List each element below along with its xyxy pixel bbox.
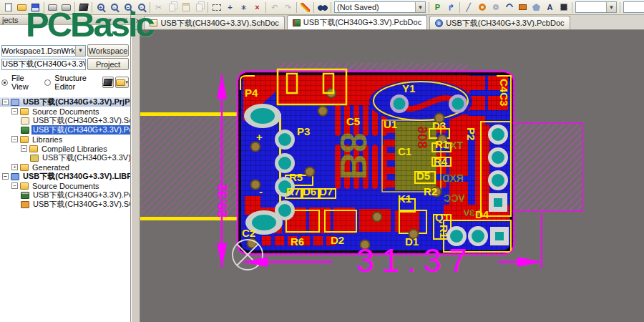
view-3d-icon: [103, 79, 112, 86]
panel-open-button[interactable]: ▾: [115, 77, 129, 88]
folder-icon: [20, 182, 29, 190]
highlight-pen-button[interactable]: [298, 1, 312, 14]
chevron-down-icon: ▼: [415, 2, 425, 12]
structure-editor-label: Structure Editor: [54, 74, 99, 91]
copy-button[interactable]: [165, 1, 179, 14]
tree-item-label: USB下载(CH340G+3.3V).SCH: [31, 200, 130, 209]
place-via-button[interactable]: [489, 1, 502, 14]
paste-button[interactable]: [179, 1, 192, 14]
place-string-icon: A: [547, 4, 553, 11]
tab-label: USB下载(CH340G+3.3V).PcbDoc: [303, 17, 421, 28]
panel-3d-button[interactable]: [102, 77, 114, 88]
collapse-icon[interactable]: −: [11, 136, 18, 142]
tree-item-label: Generated: [31, 163, 71, 172]
select-area-button[interactable]: [210, 1, 223, 14]
redo-button[interactable]: ↷: [281, 1, 295, 14]
workspace-button[interactable]: Workspace: [87, 44, 129, 57]
place-pad-button[interactable]: [475, 1, 489, 14]
file-view-radio[interactable]: [1, 79, 8, 86]
tree-item-label: USB下载(CH340G+3.3V).LIBP: [21, 172, 130, 181]
undo-icon: ↶: [271, 4, 278, 11]
collapse-icon[interactable]: −: [11, 108, 18, 114]
place-polygon-button[interactable]: [530, 1, 543, 14]
undo-button[interactable]: ↶: [268, 1, 281, 14]
tree-item-9[interactable]: −Source Documents: [0, 181, 130, 190]
tab-label: USB下载(CH340G+3.3V).PcbDoc: [446, 18, 564, 29]
projects-panel: jects ▾ ⊙ ✕ Workspace1.DsnWrk ▼ Workspac…: [0, 15, 131, 322]
pcb-editor-area: 806 TXD RXD VCC 3.3V B8: [140, 30, 644, 322]
tree-item-5[interactable]: −Compiled Libraries: [0, 144, 130, 153]
collapse-icon[interactable]: −: [11, 182, 18, 189]
net-filter-combo[interactable]: ▼: [575, 1, 617, 13]
tab-label: USB下载(CH340G+3.3V).SchDoc: [160, 18, 278, 29]
edit-project-button[interactable]: P: [431, 1, 444, 14]
workspace-combo[interactable]: Workspace1.DsnWrk ▼: [1, 45, 86, 57]
structure-editor-radio[interactable]: [44, 79, 51, 86]
component-filter-combo[interactable]: ▼: [623, 1, 644, 13]
tree-item-10[interactable]: USB下载(CH340G+3.3V).Pcbl: [0, 190, 130, 200]
place-arc-button[interactable]: [502, 1, 516, 14]
project-combo[interactable]: USB下载(CH340G+3.3V).PrjPcb: [1, 59, 86, 70]
panel-splitter[interactable]: [131, 30, 140, 322]
tree-item-7[interactable]: +Generated: [0, 162, 130, 172]
cut-icon: ✂: [155, 4, 162, 11]
tab-pcbdoc[interactable]: USB下载(CH340G+3.3V).PcbDoc: [287, 15, 427, 29]
project-icon: [11, 99, 19, 106]
paste-icon: [182, 3, 190, 11]
chevron-down-icon: ▼: [606, 2, 616, 12]
collapse-icon[interactable]: −: [21, 145, 27, 152]
tree-item-label: USB下载(CH340G+3.3V).PrjPc: [21, 97, 130, 107]
pcbdoc-icon: [293, 19, 301, 26]
clear-filter-button[interactable]: ×: [250, 1, 264, 14]
tree-item-label: Source Documents: [31, 107, 101, 116]
tree-item-8[interactable]: −USB下载(CH340G+3.3V).LIBP: [0, 172, 130, 181]
tree-item-4[interactable]: −Libraries: [0, 135, 130, 144]
toolbar-separator: [429, 2, 429, 13]
project-tree: −USB下载(CH340G+3.3V).PrjPc−Source Documen…: [0, 97, 130, 209]
place-component-button[interactable]: [557, 1, 570, 14]
cut-button[interactable]: ✂: [152, 1, 165, 14]
schlib-icon: [21, 201, 29, 208]
tree-item-0[interactable]: −USB下载(CH340G+3.3V).PrjPc: [0, 97, 130, 107]
place-arc-icon: [504, 2, 514, 12]
place-via-icon: [493, 4, 499, 10]
toolbar-separator: [265, 2, 266, 13]
project-button[interactable]: Project: [87, 58, 129, 70]
panel-title: jects: [2, 16, 19, 24]
redo-icon: ↷: [285, 4, 291, 11]
move-selection-button[interactable]: +: [223, 1, 237, 14]
combo-value: (Not Saved): [337, 3, 379, 11]
tree-item-label: Compiled Libraries: [40, 145, 109, 153]
snap-to-grid-button[interactable]: ∗: [237, 1, 250, 14]
place-line-button[interactable]: ╱: [462, 1, 475, 14]
paste-array-button[interactable]: [192, 1, 206, 14]
place-fill-button[interactable]: [516, 1, 530, 14]
libpkg-icon: [11, 173, 19, 180]
place-string-button[interactable]: A: [543, 1, 557, 14]
expand-icon[interactable]: +: [11, 164, 18, 170]
collapse-icon[interactable]: −: [2, 99, 9, 105]
new-document-button[interactable]: [1, 1, 15, 14]
collapse-icon[interactable]: −: [2, 173, 9, 180]
tree-item-2[interactable]: USB下载(CH340G+3.3V).SchD: [0, 116, 130, 125]
tree-item-6[interactable]: USB下载(CH340G+3.3V).In: [0, 153, 130, 162]
tree-item-label: USB下载(CH340G+3.3V).Pcbl: [31, 190, 130, 200]
pcb-report-icon: e: [435, 19, 443, 27]
cross-probe-button[interactable]: ↱: [444, 1, 458, 14]
application-window: +▫−·✂+∗×↶↷(Not Saved)▼P↱╱A▼▼(All) ✕ USB下…: [0, 0, 644, 322]
toolbar-separator: [572, 2, 572, 13]
tree-item-1[interactable]: −Source Documents: [0, 107, 130, 116]
tab-pcbdoc-2[interactable]: e USB下载(CH340G+3.3V).PcbDoc: [429, 16, 570, 29]
pcb-canvas[interactable]: 806 TXD RXD VCC 3.3V B8: [140, 30, 644, 322]
save-state-combo[interactable]: (Not Saved)▼: [334, 1, 426, 13]
toolbar-separator: [620, 2, 620, 13]
tree-item-11[interactable]: USB下载(CH340G+3.3V).SCH: [0, 200, 130, 209]
tree-item-3[interactable]: USB下载(CH340G+3.3V).PcbD: [0, 125, 130, 135]
tab-schdoc[interactable]: USB下载(CH340G+3.3V).SchDoc: [144, 16, 284, 29]
paste-array-icon: [196, 4, 203, 11]
find-similar-button[interactable]: [316, 1, 329, 14]
tree-item-label: USB下载(CH340G+3.3V).PcbD: [31, 125, 130, 135]
folder-icon: [20, 136, 29, 143]
schdoc-icon: [21, 117, 29, 125]
toolbar-separator: [459, 2, 460, 13]
